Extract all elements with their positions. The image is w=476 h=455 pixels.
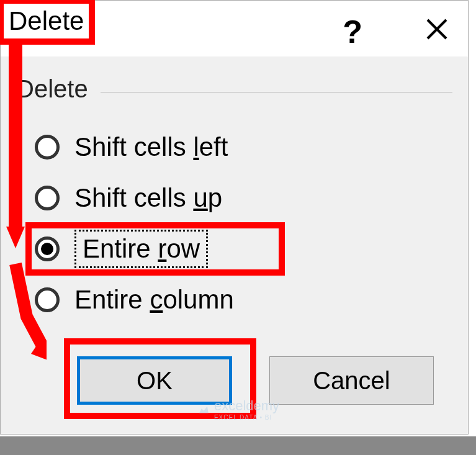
group-divider bbox=[101, 92, 452, 92]
radio-row-shift-left[interactable]: Shift cells left bbox=[35, 122, 452, 173]
radio-row-shift-up[interactable]: Shift cells up bbox=[35, 173, 452, 223]
titlebar: Delete ? bbox=[1, 1, 468, 56]
radio-label-entire-row[interactable]: Entire row bbox=[74, 230, 208, 268]
radio-row-entire-row[interactable]: Entire row bbox=[35, 223, 452, 274]
radio-group: Shift cells left Shift cells up Entire r… bbox=[16, 122, 452, 325]
radio-label-shift-up[interactable]: Shift cells up bbox=[74, 183, 222, 213]
watermark-text: exceldemy bbox=[214, 398, 279, 414]
group-label-row: Delete bbox=[16, 75, 452, 103]
close-icon[interactable] bbox=[424, 17, 449, 47]
radio-shift-up[interactable] bbox=[35, 186, 60, 210]
help-icon[interactable]: ? bbox=[343, 13, 362, 50]
radio-label-shift-left[interactable]: Shift cells left bbox=[74, 132, 228, 162]
group-label: Delete bbox=[16, 75, 88, 103]
dialog-body: Delete Shift cells left Shift cells up E… bbox=[1, 56, 468, 430]
delete-dialog: Delete ? Delete Shift cells left bbox=[0, 0, 469, 435]
cancel-button[interactable]: Cancel bbox=[269, 356, 434, 405]
radio-entire-row[interactable] bbox=[35, 237, 60, 261]
watermark: exceldemy EXCEL DATA • BI bbox=[197, 398, 279, 421]
radio-entire-column[interactable] bbox=[35, 287, 60, 312]
gray-strip bbox=[0, 436, 476, 455]
radio-label-entire-column[interactable]: Entire column bbox=[74, 285, 234, 315]
window-controls: ? bbox=[343, 13, 449, 50]
watermark-sub: EXCEL DATA • BI bbox=[214, 414, 279, 421]
dialog-title: Delete bbox=[9, 6, 84, 35]
radio-shift-left[interactable] bbox=[35, 135, 60, 160]
radio-row-entire-column[interactable]: Entire column bbox=[35, 274, 452, 325]
watermark-icon bbox=[197, 403, 210, 417]
title-highlight: Delete bbox=[0, 0, 95, 45]
